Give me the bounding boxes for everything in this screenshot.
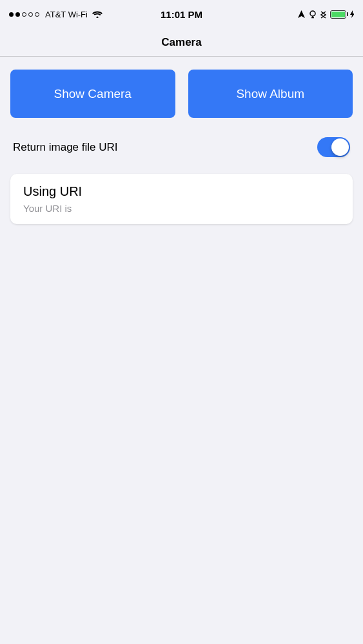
card-title: Using URI [23, 184, 340, 199]
nav-bar: Camera [0, 28, 363, 57]
signal-dot-4 [28, 12, 33, 17]
status-left: AT&T Wi-Fi [9, 10, 103, 19]
nav-title: Camera [161, 36, 201, 49]
battery-fill [331, 12, 345, 17]
uri-toggle[interactable] [317, 137, 350, 157]
toggle-row: Return image file URI [10, 131, 353, 164]
status-right [298, 10, 354, 19]
signal-dot-2 [15, 12, 20, 17]
show-album-button[interactable]: Show Album [188, 70, 353, 118]
battery-indicator [330, 10, 346, 19]
buttons-row: Show Camera Show Album [10, 70, 353, 118]
bluetooth-icon [320, 10, 326, 19]
carrier-label: AT&T Wi-Fi [45, 10, 88, 19]
signal-dot-3 [22, 12, 26, 17]
signal-dot-5 [35, 12, 39, 17]
charging-icon [350, 10, 354, 18]
uri-card: Using URI Your URI is [10, 174, 353, 224]
signal-dots [9, 12, 39, 17]
status-bar: AT&T Wi-Fi 11:01 PM [0, 0, 363, 28]
wifi-icon [92, 10, 103, 18]
svg-point-0 [310, 11, 315, 16]
alarm-icon [309, 10, 317, 19]
toggle-label: Return image file URI [13, 141, 118, 154]
battery-body [330, 10, 346, 19]
location-icon [298, 10, 305, 19]
card-subtitle: Your URI is [23, 203, 340, 214]
show-camera-button[interactable]: Show Camera [10, 70, 175, 118]
signal-dot-1 [9, 12, 14, 17]
toggle-thumb [331, 138, 349, 156]
main-content: Show Camera Show Album Return image file… [0, 57, 363, 237]
status-time: 11:01 PM [161, 9, 202, 20]
